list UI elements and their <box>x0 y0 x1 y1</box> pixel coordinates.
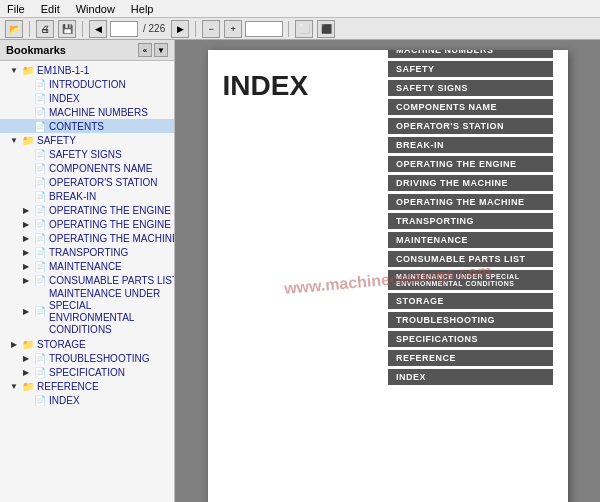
list-item[interactable]: ▶ 📄 TRANSPORTING <box>0 245 174 259</box>
page-icon: 📄 <box>34 274 46 286</box>
bookmarks-options-btn[interactable]: ▼ <box>154 43 168 57</box>
bookmarks-header: Bookmarks « ▼ <box>0 40 174 61</box>
page-icon: 📄 <box>34 190 46 202</box>
index-section-btn[interactable]: OPERATING THE ENGINE <box>388 156 552 172</box>
index-section-btn[interactable]: CONSUMABLE PARTS LIST <box>388 251 552 267</box>
index-section-btn[interactable]: MACHINE NUMBERS <box>388 50 552 58</box>
list-item[interactable]: 📄 COMPONENTS NAME <box>0 161 174 175</box>
page-icon: 📄 <box>34 306 46 318</box>
index-section-btn[interactable]: SAFETY SIGNS <box>388 80 552 96</box>
list-item[interactable]: ▶ 📄 CONSUMABLE PARTS LIST <box>0 273 174 287</box>
menu-edit[interactable]: Edit <box>38 3 63 15</box>
print-button[interactable]: 🖨 <box>36 20 54 38</box>
page-number-input[interactable]: 3 <box>110 21 138 37</box>
index-section-btn[interactable]: BREAK-IN <box>388 137 552 153</box>
main-area: Bookmarks « ▼ ▼ 📁 EM1NB-1-1 📄 INTRODUCTI… <box>0 40 600 502</box>
spacer <box>20 190 32 202</box>
index-section-btn[interactable]: OPERATING THE MACHINE <box>388 194 552 210</box>
expand-icon: ▶ <box>20 352 32 364</box>
bookmark-label: SAFETY SIGNS <box>49 149 122 160</box>
page-total: / 226 <box>140 23 168 34</box>
list-item[interactable]: ▶ 📁 STORAGE <box>0 337 174 351</box>
list-item[interactable]: ▶ 📄 OPERATING THE ENGINE <box>0 203 174 217</box>
menu-file[interactable]: File <box>4 3 28 15</box>
index-section-btn[interactable]: TROUBLESHOOTING <box>388 312 552 328</box>
fit-width-button[interactable]: ⬜ <box>295 20 313 38</box>
index-section-btn[interactable]: MAINTENANCE <box>388 232 552 248</box>
separator-3 <box>195 21 196 37</box>
zoom-input[interactable]: 73.9% <box>245 21 283 37</box>
list-item[interactable]: ▶ 📄 MAINTENANCE UNDER SPECIAL ENVIRONMEN… <box>0 287 174 337</box>
list-item[interactable]: 📄 BREAK-IN <box>0 189 174 203</box>
separator-2 <box>82 21 83 37</box>
index-section-btn[interactable]: REFERENCE <box>388 350 552 366</box>
index-section-btn[interactable]: COMPONENTS NAME <box>388 99 552 115</box>
list-item[interactable]: 📄 INTRODUCTION <box>0 77 174 91</box>
index-section-btn[interactable]: OPERATOR'S STATION <box>388 118 552 134</box>
bookmark-label: INDEX <box>49 93 80 104</box>
folder-icon: 📁 <box>22 134 34 146</box>
bookmark-label: CONTENTS <box>49 121 104 132</box>
list-item[interactable]: ▼ 📁 REFERENCE <box>0 379 174 393</box>
menu-help[interactable]: Help <box>128 3 157 15</box>
spacer <box>20 176 32 188</box>
prev-page-button[interactable]: ◀ <box>89 20 107 38</box>
spacer <box>20 106 32 118</box>
bookmarks-expand-btn[interactable]: « <box>138 43 152 57</box>
list-item[interactable]: 📄 CONTENTS <box>0 119 174 133</box>
expand-icon: ▼ <box>8 64 20 76</box>
list-item[interactable]: 📄 INDEX <box>0 393 174 407</box>
page-icon: 📄 <box>34 218 46 230</box>
list-item[interactable]: 📄 SAFETY SIGNS <box>0 147 174 161</box>
index-section-btn[interactable]: INDEX <box>388 369 552 385</box>
list-item[interactable]: ▶ 📄 SPECIFICATION <box>0 365 174 379</box>
expand-icon: ▶ <box>20 306 32 318</box>
index-section-btn[interactable]: SAFETY <box>388 61 552 77</box>
page-icon: 📄 <box>34 352 46 364</box>
folder-icon: 📁 <box>22 380 34 392</box>
page-icon: 📄 <box>34 246 46 258</box>
bookmarks-controls: « ▼ <box>138 43 168 57</box>
bookmark-label: INDEX <box>49 395 80 406</box>
list-item[interactable]: ▶ 📄 TROUBLESHOOTING <box>0 351 174 365</box>
page-icon: 📄 <box>34 106 46 118</box>
index-section-btn[interactable]: SPECIFICATIONS <box>388 331 552 347</box>
zoom-in-button[interactable]: + <box>224 20 242 38</box>
list-item[interactable]: ▶ 📄 OPERATING THE MACHINE <box>0 231 174 245</box>
index-section-btn[interactable]: MAINTENANCE UNDER SPECIAL ENVIRONMENTAL … <box>388 270 552 290</box>
bookmark-label: MAINTENANCE <box>49 261 122 272</box>
page-icon: 📄 <box>34 232 46 244</box>
page-icon: 📄 <box>34 204 46 216</box>
bookmark-label: BREAK-IN <box>49 191 96 202</box>
list-item[interactable]: 📄 OPERATOR'S STATION <box>0 175 174 189</box>
index-section-btn[interactable]: TRANSPORTING <box>388 213 552 229</box>
page-icon: 📄 <box>34 120 46 132</box>
page-icon: 📄 <box>34 394 46 406</box>
menu-window[interactable]: Window <box>73 3 118 15</box>
index-section-btn[interactable]: STORAGE <box>388 293 552 309</box>
page-icon: 📄 <box>34 162 46 174</box>
pdf-title: INDEX <box>223 70 309 102</box>
zoom-out-button[interactable]: − <box>202 20 220 38</box>
spacer <box>20 394 32 406</box>
list-item[interactable]: ▼ 📁 EM1NB-1-1 <box>0 63 174 77</box>
bookmark-label: REFERENCE <box>37 381 99 392</box>
save-button[interactable]: 💾 <box>58 20 76 38</box>
spacer <box>20 148 32 160</box>
left-panel: Bookmarks « ▼ ▼ 📁 EM1NB-1-1 📄 INTRODUCTI… <box>0 40 175 502</box>
next-page-button[interactable]: ▶ <box>171 20 189 38</box>
list-item[interactable]: ▼ 📁 SAFETY <box>0 133 174 147</box>
list-item[interactable]: 📄 MACHINE NUMBERS <box>0 105 174 119</box>
bookmark-label: MACHINE NUMBERS <box>49 107 148 118</box>
index-section-btn[interactable]: DRIVING THE MACHINE <box>388 175 552 191</box>
list-item[interactable]: 📄 INDEX <box>0 91 174 105</box>
expand-icon: ▶ <box>20 260 32 272</box>
list-item[interactable]: ▶ 📄 OPERATING THE ENGINE <box>0 217 174 231</box>
spacer <box>20 92 32 104</box>
bookmark-label: OPERATING THE ENGINE <box>49 205 171 216</box>
list-item[interactable]: ▶ 📄 MAINTENANCE <box>0 259 174 273</box>
fit-page-button[interactable]: ⬛ <box>317 20 335 38</box>
bookmark-label: SAFETY <box>37 135 76 146</box>
expand-icon: ▼ <box>8 380 20 392</box>
open-button[interactable]: 📂 <box>5 20 23 38</box>
